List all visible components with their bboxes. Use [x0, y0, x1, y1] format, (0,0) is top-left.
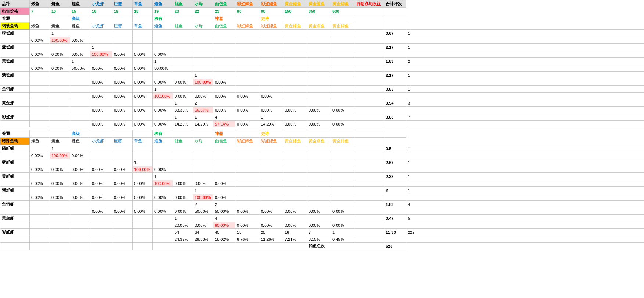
col-header-3: 鲤鱼	[70, 0, 90, 8]
col-header-15: 黄金鲸鱼	[331, 0, 355, 8]
col-header-16: 行动点均收益	[355, 0, 384, 8]
col-header-1: 鲮鱼	[30, 0, 50, 8]
col-header-13: 黄金鲤鱼	[283, 0, 307, 8]
price-cell-3: 15	[70, 8, 90, 15]
col-header-12: 彩虹鲤鱼	[259, 0, 283, 8]
col-header-11: 彩虹鲫鱼	[235, 0, 259, 8]
col-header-10: 面包鱼	[213, 0, 235, 8]
col-header-2: 鲫鱼	[50, 0, 70, 8]
price-cell-6: 18	[133, 8, 153, 15]
col-header-5: 巨蟹	[112, 0, 133, 8]
price-cell-13: 150	[283, 8, 307, 15]
price-cell-8: 20	[173, 8, 193, 15]
price-cell-11: 80	[235, 8, 259, 15]
col-header-14: 黄金鲨鱼	[307, 0, 331, 8]
price-cell-17	[384, 8, 406, 15]
price-cell-10: 23	[213, 8, 235, 15]
col-header-8: 鱿鱼	[173, 0, 193, 8]
col-header-0: 品种	[0, 0, 30, 8]
price-cell-5: 19	[112, 8, 133, 15]
price-cell-15: 500	[331, 8, 355, 15]
col-header-4: 小龙虾	[90, 0, 112, 8]
main-table: 品种鲮鱼鲫鱼鲤鱼小龙虾巨蟹章鱼鳗鱼鱿鱼水母面包鱼彩虹鲫鱼彩虹鲤鱼黄金鲤鱼黄金鲨鱼…	[0, 0, 644, 250]
price-cell-14: 350	[307, 8, 331, 15]
price-cell-7: 19	[153, 8, 173, 15]
price-cell-0: 出售价格	[0, 8, 30, 15]
price-cell-16	[355, 8, 384, 15]
price-cell-9: 22	[193, 8, 213, 15]
price-cell-12: 90	[259, 8, 283, 15]
col-header-9: 水母	[193, 0, 213, 8]
col-header-6: 章鱼	[133, 0, 153, 8]
footer-value: 526	[384, 243, 406, 250]
footer-label: 钓鱼总次	[307, 243, 331, 250]
price-cell-2: 10	[50, 8, 70, 15]
price-cell-1: 7	[30, 8, 50, 15]
col-header-7: 鳗鱼	[153, 0, 173, 8]
col-header-17: 合计杆次	[384, 0, 406, 8]
price-cell-4: 16	[90, 8, 112, 15]
